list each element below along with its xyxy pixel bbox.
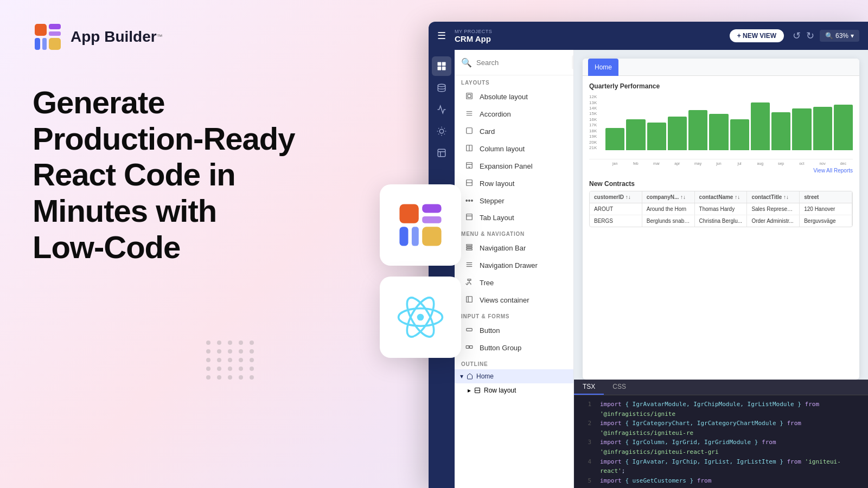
app-topbar: ☰ MY PROJECTS CRM App + NEW VIEW ↺ ↻ 🔍 6…	[429, 22, 868, 50]
component-views-container[interactable]: Views container	[457, 292, 571, 309]
button-group-icon	[464, 343, 474, 352]
grid-header-contact-title: contactTitle ↑↓	[747, 191, 800, 203]
svg-rect-19	[442, 67, 446, 70]
component-nav-bar[interactable]: Navigation Bar	[457, 240, 571, 256]
sidebar-icon-data[interactable]	[432, 78, 451, 98]
react-logo-icon	[396, 293, 445, 342]
svg-rect-38	[467, 247, 473, 248]
outline-home-label: Home	[476, 373, 494, 380]
project-info: MY PROJECTS CRM App	[455, 29, 721, 43]
bars-container	[605, 94, 853, 150]
svg-rect-7	[422, 204, 441, 213]
outline-item-row-layout[interactable]: ▸ Row layout	[455, 383, 573, 397]
outline-item-home[interactable]: ▾ Home	[455, 369, 573, 383]
tab-tsx[interactable]: TSX	[574, 380, 604, 395]
column-layout-label: Column layout	[480, 145, 525, 153]
component-absolute-layout[interactable]: Absolute layout	[457, 88, 571, 105]
dots-decoration	[206, 341, 256, 380]
svg-rect-44	[467, 297, 473, 303]
bar-sep	[771, 112, 790, 150]
column-layout-icon	[464, 144, 474, 153]
component-button[interactable]: Button	[457, 322, 571, 339]
tree-icon	[464, 278, 474, 287]
input-forms-section-header: INPUT & FORMS	[455, 309, 573, 322]
search-input[interactable]	[476, 59, 567, 67]
grid-header-street: street	[800, 191, 852, 203]
components-panel: 🔍 ⌘ E LAYOUTS Absolute layout Acc	[455, 50, 574, 488]
svg-rect-3	[35, 38, 40, 50]
bar-aug	[751, 102, 770, 150]
component-stepper[interactable]: ••• Stepper	[457, 192, 571, 209]
svg-rect-8	[422, 216, 441, 223]
svg-rect-23	[467, 93, 473, 99]
component-expansion-panel[interactable]: Expansion Panel	[457, 158, 571, 175]
my-projects-label: MY PROJECTS	[455, 29, 721, 34]
logo-label: App Builder	[71, 28, 157, 45]
bar-chart: 21K 20K 19K 18K 17K 16K 15K 14K 13K	[589, 94, 853, 159]
card-icon	[464, 127, 474, 136]
bar-apr	[668, 117, 687, 150]
tab-layout-label: Tab Layout	[480, 214, 514, 222]
svg-rect-18	[438, 67, 442, 70]
bar-nov	[813, 107, 832, 150]
search-box[interactable]: 🔍 ⌘ E	[455, 50, 573, 75]
outline-section-header: OUTLINE	[455, 357, 573, 369]
redo-icon[interactable]: ↻	[806, 30, 814, 42]
quarterly-performance-section: Quarterly Performance 21K 20K 19K 18K 17…	[589, 82, 853, 174]
component-column-layout[interactable]: Column layout	[457, 140, 571, 157]
layouts-section-header: LAYOUTS	[455, 75, 573, 88]
new-view-button[interactable]: + NEW VIEW	[730, 29, 784, 42]
sidebar-icon-events[interactable]	[432, 100, 451, 119]
chart-title: Quarterly Performance	[589, 82, 853, 90]
chart-x-labels: jan feb mar apr may jun jul aug sep oc	[605, 162, 853, 165]
views-container-label: Views container	[480, 296, 529, 304]
sidebar-icon-assets[interactable]	[432, 143, 451, 163]
outline-row-icon	[474, 387, 481, 394]
sidebar-icon-components[interactable]	[432, 56, 451, 76]
sidebar-icon-theme[interactable]	[432, 121, 451, 141]
app-body: 🔍 ⌘ E LAYOUTS Absolute layout Acc	[429, 50, 868, 488]
bar-oct	[792, 108, 811, 150]
expansion-panel-icon	[464, 162, 474, 171]
logo-trademark: ™	[157, 33, 163, 40]
tab-css[interactable]: CSS	[604, 380, 635, 395]
bar-jan	[605, 128, 624, 150]
undo-icon[interactable]: ↺	[793, 30, 801, 42]
component-card[interactable]: Card	[457, 123, 571, 140]
zoom-icon: 🔍	[825, 32, 833, 40]
component-nav-drawer[interactable]: Navigation Drawer	[457, 257, 571, 274]
zoom-control[interactable]: 🔍 63% ▾	[820, 30, 859, 42]
canvas-preview: Home Quarterly Performance 21K 20K	[583, 59, 859, 380]
preview-tab-home[interactable]: Home	[588, 59, 618, 76]
code-line-3: 3 import { IgrColumn, IgrGrid, IgrGridMo…	[580, 438, 861, 457]
float-card-appbuilder	[380, 184, 461, 266]
views-container-icon	[464, 296, 474, 305]
component-row-layout[interactable]: Row layout	[457, 175, 571, 192]
chart-wrapper: 21K 20K 19K 18K 17K 16K 15K 14K 13K	[589, 94, 853, 165]
outline-home-icon	[467, 373, 473, 380]
component-tree[interactable]: Tree	[457, 274, 571, 291]
grid-header-row: customerID ↑↓ companyN... ↑↓ contactName…	[590, 191, 852, 203]
nav-bar-label: Navigation Bar	[480, 244, 526, 252]
menu-icon[interactable]: ☰	[437, 30, 446, 42]
canvas-area: Home Quarterly Performance 21K 20K	[574, 50, 868, 488]
grid-header-company: companyN... ↑↓	[642, 191, 695, 203]
component-accordion[interactable]: Accordion	[457, 106, 571, 123]
svg-rect-37	[467, 245, 473, 246]
row-layout-label: Row layout	[480, 179, 514, 188]
button-label: Button	[480, 326, 500, 335]
component-tab-layout[interactable]: Tab Layout	[457, 209, 571, 226]
view-all-reports-link[interactable]: View All Reports	[589, 168, 853, 174]
app-window: ☰ MY PROJECTS CRM App + NEW VIEW ↺ ↻ 🔍 6…	[429, 22, 868, 488]
code-line-1: 1 import { IgrAvatarModule, IgrChipModul…	[580, 400, 861, 419]
card-label: Card	[480, 127, 495, 136]
component-button-group[interactable]: Button Group	[457, 339, 571, 356]
svg-rect-16	[438, 62, 442, 66]
stepper-label: Stepper	[480, 197, 505, 205]
hero-title: Generate Production-Ready React Code in …	[33, 85, 380, 265]
contracts-section: New Contracts customerID ↑↓ companyN... …	[589, 180, 853, 227]
svg-rect-6	[399, 204, 418, 223]
svg-rect-9	[399, 227, 408, 246]
accordion-label: Accordion	[480, 110, 511, 118]
bar-may	[688, 110, 707, 150]
